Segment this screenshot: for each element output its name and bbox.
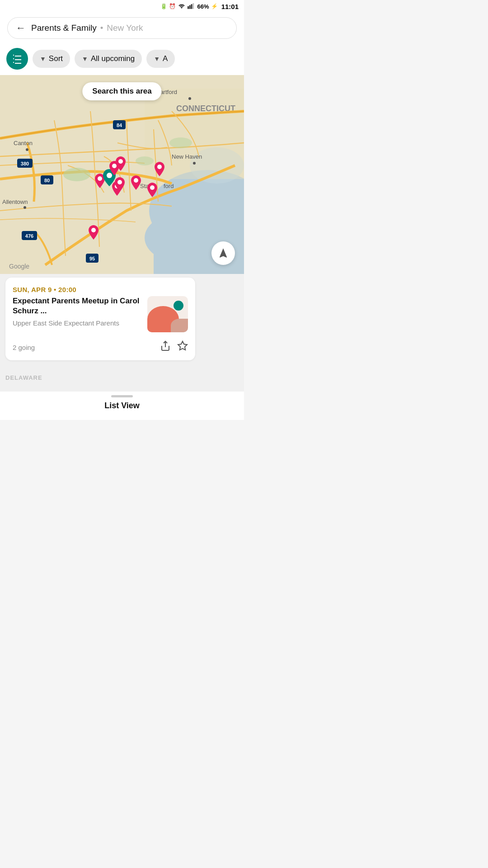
search-bar: ← Parents & Family • New York bbox=[0, 13, 244, 44]
map-pin-south[interactable] bbox=[89, 225, 99, 241]
svg-text:New Haven: New Haven bbox=[172, 153, 202, 160]
back-button[interactable]: ← bbox=[16, 22, 26, 34]
svg-point-39 bbox=[134, 178, 138, 183]
search-title: Parents & Family bbox=[31, 23, 97, 33]
svg-point-42 bbox=[118, 159, 123, 164]
svg-point-43 bbox=[157, 165, 162, 169]
battery-save-icon: 🔋 bbox=[160, 3, 167, 9]
sort-label: Sort bbox=[49, 54, 63, 63]
search-location: New York bbox=[107, 23, 143, 33]
map-pin-7[interactable] bbox=[116, 156, 126, 173]
wifi-icon bbox=[178, 3, 186, 10]
share-button[interactable] bbox=[160, 340, 171, 354]
upcoming-chevron: ▼ bbox=[82, 55, 88, 62]
all-upcoming-pill[interactable]: ▼ All upcoming bbox=[75, 50, 142, 68]
map-pin-stamford[interactable] bbox=[155, 162, 164, 178]
delaware-text: DELAWARE bbox=[5, 374, 42, 381]
svg-text:84: 84 bbox=[117, 123, 122, 128]
event-card-section: SUN, APR 9 • 20:00 Expectant Parents Mee… bbox=[0, 274, 244, 364]
svg-text:80: 80 bbox=[44, 178, 50, 183]
thumb-peach bbox=[171, 319, 188, 332]
event-info: Expectant Parents Meetup in Carol Schurz… bbox=[13, 296, 141, 328]
thumb-teal-dot bbox=[174, 301, 183, 311]
svg-point-36 bbox=[98, 176, 102, 181]
navigation-icon bbox=[217, 247, 229, 259]
filter-icon-button[interactable] bbox=[6, 48, 28, 70]
category-pill[interactable]: ▼ A bbox=[146, 50, 175, 68]
drag-handle[interactable] bbox=[111, 395, 133, 397]
svg-point-44 bbox=[91, 228, 96, 232]
svg-point-31 bbox=[193, 162, 196, 165]
charging-icon: ⚡ bbox=[211, 3, 218, 9]
sort-chevron: ▼ bbox=[40, 55, 46, 62]
svg-rect-2 bbox=[191, 4, 192, 9]
event-group: Upper East Side Expectant Parents bbox=[13, 319, 141, 328]
event-card[interactable]: SUN, APR 9 • 20:00 Expectant Parents Mee… bbox=[5, 278, 195, 360]
svg-text:Canton: Canton bbox=[14, 140, 33, 146]
event-thumbnail bbox=[147, 296, 188, 332]
search-separator: • bbox=[100, 23, 103, 33]
signal-icon bbox=[188, 3, 196, 10]
map-pin-5[interactable] bbox=[147, 183, 157, 199]
svg-text:ford: ford bbox=[164, 183, 174, 189]
svg-text:95: 95 bbox=[89, 256, 95, 261]
svg-point-29 bbox=[188, 97, 191, 100]
map-container[interactable]: CONNECTICUT bbox=[0, 75, 244, 274]
search-input-wrapper[interactable]: ← Parents & Family • New York bbox=[7, 17, 237, 39]
event-title: Expectant Parents Meetup in Carol Schurz… bbox=[13, 296, 141, 316]
delaware-strip: DELAWARE bbox=[0, 364, 244, 391]
list-view-button[interactable]: List View bbox=[104, 401, 140, 410]
svg-point-12 bbox=[136, 156, 154, 165]
svg-marker-46 bbox=[178, 341, 187, 350]
map-pin-3[interactable] bbox=[115, 177, 125, 193]
save-button[interactable] bbox=[177, 340, 188, 354]
svg-point-11 bbox=[63, 168, 90, 181]
svg-point-13 bbox=[169, 137, 192, 148]
event-footer: 2 going bbox=[13, 339, 188, 354]
svg-rect-7 bbox=[154, 202, 244, 274]
all-upcoming-label: All upcoming bbox=[91, 54, 135, 63]
filter-bar: ▼ Sort ▼ All upcoming ▼ A bbox=[0, 44, 244, 75]
bottom-bar: List View bbox=[0, 391, 244, 420]
category-label: A bbox=[163, 54, 168, 63]
svg-point-25 bbox=[26, 148, 28, 151]
sort-pill[interactable]: ▼ Sort bbox=[33, 50, 70, 68]
svg-rect-1 bbox=[189, 5, 190, 9]
map-pin-4[interactable] bbox=[131, 175, 141, 192]
clock: 11:01 bbox=[221, 3, 239, 10]
going-count: 2 going bbox=[13, 344, 35, 351]
svg-text:476: 476 bbox=[25, 233, 33, 239]
svg-text:Allentown: Allentown bbox=[2, 198, 28, 205]
svg-rect-0 bbox=[188, 6, 189, 9]
map-svg: CONNECTICUT bbox=[0, 75, 244, 274]
battery-percent: 66% bbox=[197, 3, 209, 10]
category-chevron: ▼ bbox=[154, 55, 160, 62]
location-button[interactable] bbox=[211, 241, 235, 265]
svg-text:Google: Google bbox=[9, 263, 29, 270]
search-area-button[interactable]: Search this area bbox=[82, 82, 161, 100]
svg-text:380: 380 bbox=[21, 161, 29, 166]
svg-rect-3 bbox=[192, 3, 194, 9]
event-actions bbox=[160, 340, 188, 354]
svg-point-38 bbox=[117, 180, 122, 184]
event-date: SUN, APR 9 • 20:00 bbox=[13, 286, 188, 293]
svg-point-27 bbox=[23, 206, 26, 209]
alarm-icon: ⏰ bbox=[169, 3, 176, 9]
status-bar: 🔋 ⏰ 66% ⚡ 11:01 bbox=[0, 0, 244, 13]
svg-point-40 bbox=[150, 185, 155, 190]
